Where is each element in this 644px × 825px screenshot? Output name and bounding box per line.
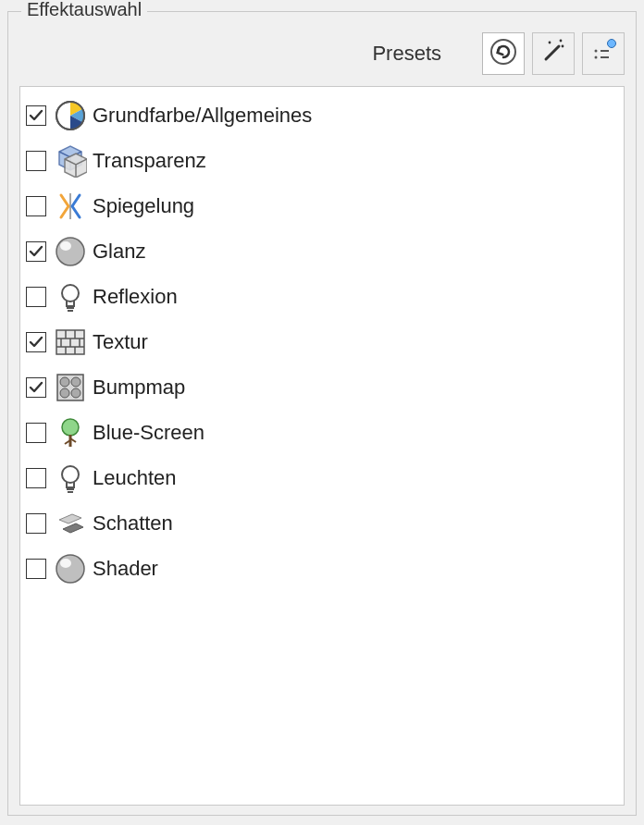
effect-row[interactable]: Textur [20, 319, 624, 364]
effect-checkbox[interactable] [26, 423, 46, 443]
effect-row[interactable]: Blue-Screen [20, 410, 624, 455]
effect-checkbox[interactable] [26, 287, 46, 307]
effect-label: Textur [93, 330, 148, 354]
svg-point-33 [62, 419, 79, 436]
effect-label: Schatten [93, 511, 173, 536]
svg-point-5 [608, 40, 616, 48]
svg-point-13 [56, 238, 84, 265]
effect-row[interactable]: Glanz [20, 228, 624, 274]
list-options-button[interactable] [582, 32, 625, 75]
effect-row[interactable]: Leuchten [20, 455, 624, 500]
effect-label: Bumpmap [93, 376, 185, 400]
effect-checkbox[interactable] [26, 513, 46, 534]
mirror-icon [52, 188, 89, 225]
effect-checkbox[interactable] [26, 105, 46, 126]
effect-row[interactable]: Bumpmap [20, 364, 624, 410]
effect-list: Grundfarbe/AllgemeinesTransparenzSpiegel… [19, 86, 625, 806]
effect-checkbox[interactable] [26, 377, 46, 398]
list-dot-icon [588, 37, 618, 70]
svg-point-6 [595, 50, 598, 53]
wand-button[interactable] [532, 32, 575, 75]
svg-point-15 [62, 285, 79, 302]
effect-row[interactable]: Spiegelung [20, 183, 624, 228]
tree-icon [52, 414, 89, 451]
svg-point-30 [71, 377, 80, 387]
effect-label: Leuchten [93, 466, 177, 490]
effect-checkbox[interactable] [26, 332, 46, 352]
effect-checkbox[interactable] [26, 241, 46, 262]
effect-row[interactable]: Grundfarbe/Allgemeines [20, 92, 624, 138]
svg-point-40 [56, 555, 84, 583]
effect-checkbox[interactable] [26, 559, 46, 579]
effect-label: Spiegelung [93, 194, 194, 218]
svg-point-37 [62, 466, 79, 483]
effect-row[interactable]: Shader [20, 546, 624, 591]
svg-point-14 [60, 241, 71, 251]
gloss-sphere-icon [52, 550, 89, 587]
effect-label: Blue-Screen [93, 421, 204, 445]
effect-checkbox[interactable] [26, 468, 46, 488]
panel-title: Effektauswahl [21, 0, 147, 20]
color-wheel-icon [52, 97, 89, 134]
presets-label: Presets [372, 42, 441, 66]
effect-row[interactable]: Transparenz [20, 138, 624, 183]
bulb-icon [52, 278, 89, 315]
effect-label: Shader [93, 557, 158, 581]
gloss-sphere-icon [52, 233, 89, 270]
effect-label: Glanz [93, 240, 145, 264]
svg-point-4 [560, 40, 563, 43]
shadow-icon [52, 505, 89, 542]
svg-point-8 [595, 56, 598, 59]
magic-wand-icon [539, 37, 568, 70]
undo-arrow-icon [489, 37, 518, 70]
svg-line-1 [546, 46, 559, 59]
svg-point-31 [60, 388, 69, 398]
bulb-icon [52, 460, 89, 497]
svg-point-32 [71, 388, 80, 398]
effect-label: Transparenz [93, 149, 206, 173]
svg-point-3 [562, 45, 564, 48]
reset-button[interactable] [482, 32, 525, 75]
svg-point-41 [60, 559, 71, 568]
svg-point-2 [549, 42, 551, 44]
bump-icon [52, 369, 89, 406]
toolbar: Presets [8, 12, 636, 82]
svg-point-29 [60, 377, 69, 387]
svg-point-0 [491, 40, 515, 64]
transparency-icon [52, 142, 89, 179]
effect-label: Reflexion [93, 285, 178, 309]
effect-checkbox[interactable] [26, 151, 46, 171]
effect-row[interactable]: Reflexion [20, 274, 624, 319]
brick-icon [52, 324, 89, 361]
effect-selection-groupbox: Effektauswahl Presets [7, 11, 637, 816]
effect-row[interactable]: Schatten [20, 500, 624, 546]
effect-checkbox[interactable] [26, 196, 46, 216]
effect-label: Grundfarbe/Allgemeines [93, 104, 312, 128]
